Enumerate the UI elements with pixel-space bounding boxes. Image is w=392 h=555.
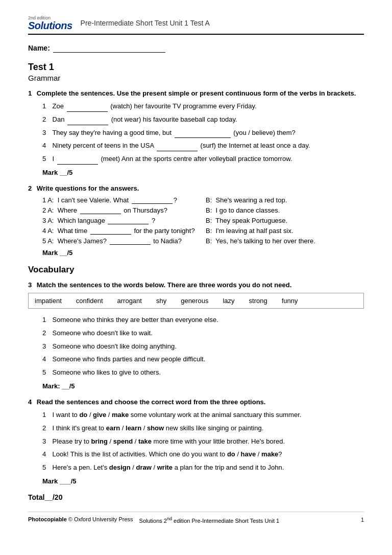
list-item: 2 Dan (not wear) his favourite baseball … (42, 114, 364, 125)
q3-list: 1 Someone who thinks they are better tha… (28, 315, 364, 378)
question-3-header: 3 Match the sentences to the words below… (28, 281, 364, 289)
q2-row-5: 5 A: Where's James? to Nadia? B: Yes, he… (42, 237, 364, 245)
blank[interactable] (90, 227, 131, 235)
q1-num: 1 (28, 89, 32, 97)
q4-num: 4 (28, 398, 32, 406)
word-item: strong (249, 297, 272, 305)
blank[interactable] (175, 131, 231, 138)
page-header: 2nd edition Solutions Pre-Intermediate S… (28, 15, 364, 35)
word-box: impatient confident arrogant shy generou… (28, 293, 364, 309)
q2-col-a: 5 A: Where's James? to Nadia? (42, 237, 201, 245)
name-underline[interactable] (53, 44, 165, 53)
list-item: 3 Please try to bring / spend / take mor… (42, 436, 364, 447)
list-item: 4 Look! This is the list of activities. … (42, 449, 364, 460)
q2-col-b: B: I'm leaving at half past six. (206, 227, 364, 235)
page-footer: Photocopiable © Oxford University Press … (28, 512, 364, 524)
vocabulary-label: Vocabulary (28, 265, 364, 275)
footer-solutions: Solutions 2nd edition Pre-Intermediate S… (139, 516, 280, 524)
list-item: 3 They say they're having a good time, b… (42, 128, 364, 138)
name-line: Name: (28, 44, 364, 53)
header-title: Pre-Intermediate Short Test Unit 1 Test … (81, 19, 210, 27)
brand-name: Solutions (28, 20, 72, 31)
blank[interactable] (57, 157, 98, 165)
logo: 2nd edition Solutions (28, 15, 72, 31)
q2-instruction: Write questions for the answers. (37, 184, 139, 192)
q1-mark: Mark __/5 (42, 169, 364, 176)
question-1-block: 1 Complete the sentences. Use the presen… (28, 89, 364, 176)
word-item: shy (156, 297, 170, 305)
word-item: confident (76, 297, 107, 305)
list-item: 5 Here's a pen. Let's design / draw / wr… (42, 462, 364, 473)
list-item: 2 I think it's great to earn / learn / s… (42, 423, 364, 434)
blank[interactable] (157, 144, 198, 151)
q2-row-4: 4 A: What time for the party tonight? B:… (42, 227, 364, 235)
q2-mark: Mark __/5 (42, 249, 364, 257)
word-item: funny (282, 297, 302, 305)
blank[interactable] (80, 207, 121, 214)
word-item: generous (181, 297, 212, 305)
q2-row-3: 3 A: Which language ? B: They speak Port… (42, 217, 364, 224)
question-4-header: 4 Read the sentences and choose the corr… (28, 398, 364, 406)
blank[interactable] (108, 217, 149, 224)
q2-col-a: 4 A: What time for the party tonight? (42, 227, 201, 235)
word-item: arrogant (117, 297, 146, 305)
q2-list: 1 A: I can't see Valerie. What ? B: She'… (28, 196, 364, 245)
question-3-block: 3 Match the sentences to the words below… (28, 281, 364, 390)
q3-instruction: Match the sentences to the words below. … (37, 281, 291, 289)
list-item: 2 Someone who doesn't like to wait. (42, 328, 364, 339)
list-item: 1 Someone who thinks they are better tha… (42, 315, 364, 326)
question-2-header: 2 Write questions for the answers. (28, 184, 364, 192)
question-2-block: 2 Write questions for the answers. 1 A: … (28, 184, 364, 257)
q2-col-b: B: I go to dance classes. (206, 206, 364, 214)
name-label: Name (28, 44, 47, 52)
q2-col-a: 2 A: Where on Thursdays? (42, 206, 201, 214)
q3-mark: Mark: __/5 (42, 382, 364, 390)
q2-row-1: 1 A: I can't see Valerie. What ? B: She'… (42, 196, 364, 204)
q2-col-a: 3 A: Which language ? (42, 217, 201, 224)
word-item: lazy (223, 297, 238, 305)
q3-num: 3 (28, 281, 32, 289)
list-item: 5 Someone who likes to give to others. (42, 367, 364, 378)
q2-num: 2 (28, 184, 32, 192)
q2-col-b: B: They speak Portuguese. (206, 217, 364, 224)
blank[interactable] (67, 105, 108, 112)
q2-col-a: 1 A: I can't see Valerie. What ? (42, 196, 201, 204)
q2-col-b: B: She's wearing a red top. (206, 196, 364, 204)
list-item: 5 I (meet) Ann at the sports centre afte… (42, 154, 364, 165)
list-item: 1 Zoe (watch) her favourite TV programme… (42, 101, 364, 112)
blank[interactable] (132, 197, 173, 204)
footer-left: Photocopiable © Oxford University Press … (28, 516, 279, 524)
q4-instruction: Read the sentences and choose the correc… (37, 398, 266, 406)
question-1-header: 1 Complete the sentences. Use the presen… (28, 89, 364, 97)
q1-instruction: Complete the sentences. Use the present … (37, 89, 356, 97)
blank[interactable] (110, 238, 151, 245)
list-item: 1 I want to do / give / make some volunt… (42, 410, 364, 421)
total-line: Total__/20 (28, 493, 364, 501)
photocopiable-label: Photocopiable © Oxford University Press (28, 516, 133, 524)
page-number: 1 (361, 517, 364, 523)
q4-mark: Mark ___/5 (42, 477, 364, 485)
q4-list: 1 I want to do / give / make some volunt… (28, 410, 364, 473)
word-item: impatient (35, 297, 66, 305)
test-title: Test 1 (28, 62, 364, 73)
blank[interactable] (67, 118, 108, 125)
q1-list: 1 Zoe (watch) her favourite TV programme… (28, 101, 364, 165)
list-item: 4 Someone who finds parties and new peop… (42, 354, 364, 365)
list-item: 3 Someone who doesn't like doing anythin… (42, 341, 364, 352)
q2-col-b: B: Yes, he's talking to her over there. (206, 237, 364, 245)
q2-row-2: 2 A: Where on Thursdays? B: I go to danc… (42, 206, 364, 214)
list-item: 4 Ninety percent of teens in the USA (su… (42, 141, 364, 151)
grammar-label: Grammar (28, 74, 364, 82)
question-4-block: 4 Read the sentences and choose the corr… (28, 398, 364, 485)
